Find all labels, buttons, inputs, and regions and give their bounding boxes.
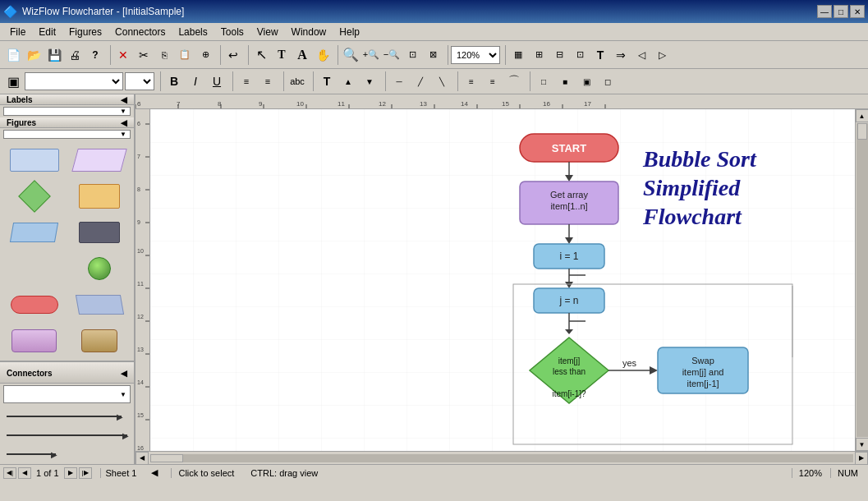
shape-orange-rect[interactable]	[69, 180, 131, 213]
grid-button[interactable]: ▦	[508, 45, 528, 65]
shape-diamond[interactable]	[3, 180, 66, 213]
connector-item-1[interactable]: ▶	[3, 408, 131, 425]
align-center-button[interactable]: ≡	[258, 71, 278, 91]
horizontal-scrollbar[interactable]: ◀ ▶	[135, 451, 868, 464]
maximize-button[interactable]: □	[834, 5, 848, 18]
special-button[interactable]: ⊕	[195, 45, 215, 65]
abc-button[interactable]: abc	[287, 71, 307, 91]
zoom-select[interactable]: 50% 75% 100% 120% 150% 200%	[451, 46, 500, 64]
font-down[interactable]: ▼	[360, 71, 379, 91]
list-btn1[interactable]: ≡	[462, 71, 481, 91]
menu-file[interactable]: File	[3, 25, 32, 39]
close-button[interactable]: ✕	[850, 5, 865, 18]
menu-help[interactable]: Help	[333, 25, 366, 39]
next-button[interactable]: ▷	[652, 45, 672, 65]
shape-wave-blue[interactable]	[3, 252, 66, 285]
effect-btn4[interactable]: ◻	[598, 71, 618, 91]
menu-figures[interactable]: Figures	[62, 25, 108, 39]
menu-view[interactable]: View	[250, 25, 285, 39]
figures-dropdown[interactable]	[3, 130, 131, 139]
shape-skew2[interactable]	[69, 288, 131, 321]
text-button[interactable]: T	[272, 45, 292, 65]
fit-button[interactable]: ⊡	[402, 45, 422, 65]
figures-header[interactable]: Figures ◀	[0, 117, 134, 128]
delete-button[interactable]: ✕	[113, 45, 133, 65]
new-button[interactable]: 📄	[3, 45, 23, 65]
help-button[interactable]: ?	[85, 45, 105, 65]
dist-button[interactable]: ⊡	[570, 45, 590, 65]
zoom-in2-button[interactable]: +🔍	[361, 45, 381, 65]
shape-skew-blue[interactable]	[3, 216, 66, 249]
effect-btn1[interactable]: □	[534, 71, 553, 91]
underline-button[interactable]: U	[207, 71, 227, 91]
menu-labels[interactable]: Labels	[172, 25, 214, 39]
shape-parallelogram[interactable]	[69, 144, 131, 177]
next-page-button[interactable]: ▶	[64, 467, 77, 479]
line-style1[interactable]: ─	[389, 71, 409, 91]
shape-cylinder[interactable]	[69, 324, 131, 357]
scroll-left-button[interactable]: ◀	[135, 452, 149, 465]
shape-red-stadium[interactable]	[3, 288, 66, 321]
text2-button[interactable]: A	[292, 45, 312, 65]
vertical-scrollbar[interactable]: ▲ ▼	[855, 109, 868, 451]
connector-item-2[interactable]: ▶	[3, 427, 131, 444]
effect-btn2[interactable]: ■	[555, 71, 575, 91]
line-style3[interactable]: ╲	[432, 71, 452, 91]
shape-green-circle[interactable]	[69, 252, 131, 285]
scroll-thumb-v[interactable]	[857, 123, 867, 140]
italic-button[interactable]: I	[186, 71, 205, 91]
hand-button[interactable]: ✋	[313, 45, 333, 65]
first-page-button[interactable]: ◀|	[3, 467, 16, 479]
scroll-thumb-h[interactable]	[150, 454, 183, 462]
effect-btn3[interactable]: ▣	[576, 71, 596, 91]
open-button[interactable]: 📂	[24, 45, 44, 65]
labels-dropdown[interactable]	[3, 107, 131, 116]
font-select[interactable]	[25, 72, 123, 90]
undo-button[interactable]: ↩	[223, 45, 243, 65]
paste-button[interactable]: 📋	[175, 45, 195, 65]
line-style2[interactable]: ╱	[411, 71, 430, 91]
scroll-track-h[interactable]	[150, 454, 853, 462]
print-button[interactable]: 🖨	[65, 45, 85, 65]
zoom-out-button[interactable]: −🔍	[382, 45, 402, 65]
list-btn2[interactable]: ≡	[483, 71, 503, 91]
save-button[interactable]: 💾	[44, 45, 64, 65]
menu-connectors[interactable]: Connectors	[108, 25, 172, 39]
prev-button[interactable]: ◁	[631, 45, 651, 65]
font-up[interactable]: ▲	[338, 71, 358, 91]
menu-tools[interactable]: Tools	[214, 25, 250, 39]
menu-window[interactable]: Window	[285, 25, 333, 39]
scroll-track-v[interactable]	[857, 123, 868, 437]
scroll-h-btn[interactable]: ◀	[148, 467, 161, 478]
shape-dark-rect[interactable]	[69, 216, 131, 249]
minimize-button[interactable]: —	[817, 5, 832, 18]
format-icon[interactable]: ▣	[3, 71, 23, 91]
connectors-dropdown[interactable]	[3, 385, 131, 403]
shape-purple-rect[interactable]	[3, 324, 66, 357]
connectors-header[interactable]: Connectors ◀	[0, 362, 134, 384]
canvas[interactable]: Bubble Sort Simplified Flowchart START G…	[150, 109, 855, 451]
text3-button[interactable]: T	[590, 45, 610, 65]
scroll-up-button[interactable]: ▲	[856, 109, 869, 122]
font-size-icon[interactable]: T	[317, 71, 337, 91]
copy-button[interactable]: ⎘	[154, 45, 174, 65]
zoom-in-button[interactable]: 🔍	[341, 45, 361, 65]
snap-button[interactable]: ⊞	[529, 45, 549, 65]
bold-button[interactable]: B	[164, 71, 184, 91]
connector-item-3[interactable]: ▶	[3, 446, 131, 462]
size-select[interactable]	[125, 72, 154, 90]
scroll-right-button[interactable]: ▶	[855, 452, 868, 465]
fit-page-button[interactable]: ⊠	[423, 45, 443, 65]
last-page-button[interactable]: |▶	[79, 467, 92, 479]
align-left-button[interactable]: ≡	[237, 71, 256, 91]
prev-page-button[interactable]: ◀	[18, 467, 31, 479]
cut-button[interactable]: ✂	[134, 45, 154, 65]
labels-header[interactable]: Labels ◀	[0, 94, 134, 105]
scroll-down-button[interactable]: ▼	[856, 438, 869, 451]
conn-button[interactable]: ⇒	[611, 45, 631, 65]
align-button[interactable]: ⊟	[549, 45, 569, 65]
select-button[interactable]: ↖	[251, 45, 271, 65]
connector-style1[interactable]: ⌒	[504, 71, 524, 91]
menu-edit[interactable]: Edit	[32, 25, 62, 39]
shape-rect-blue[interactable]	[3, 144, 66, 177]
